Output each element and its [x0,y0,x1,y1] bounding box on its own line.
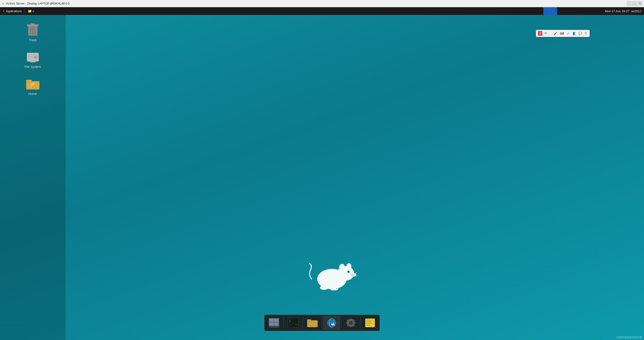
svg-rect-36 [270,323,274,326]
filesystem-icon[interactable]: File System [18,49,48,71]
svg-point-50 [349,321,353,325]
svg-rect-6 [27,53,39,61]
svg-rect-2 [31,23,35,25]
dock-separator-5 [360,317,361,329]
file-manager-label: e [32,9,34,13]
dock-terminal-icon: $ _ ls -la [288,318,299,328]
filesystem-label: File System [24,65,41,69]
dock-separator-3 [322,317,322,329]
svg-rect-7 [27,55,39,55]
ime-person-btn[interactable]: 👤 [572,31,576,36]
folder-small-icon: 📁 [28,9,32,13]
svg-rect-8 [27,56,39,57]
dock-separator-2 [303,317,303,329]
svg-point-21 [340,264,345,270]
svg-rect-18 [34,85,35,86]
dock-notes-button[interactable] [362,316,379,330]
home-svg [26,78,40,90]
status-bar: CSDN @在奋斗的大龙 [614,335,644,340]
svg-text:$ _: $ _ [289,320,294,323]
ime-chat-btn[interactable]: 💬 [578,31,583,36]
dock: $ _ ls -la [264,315,380,331]
taskbar: ✕ Applications 📁 e Mon 17 Jun, 03:27 wz2… [0,7,644,15]
desktop[interactable]: S 中 · 🎤 ⌨ ✓ 👤 💬 ⠿ Trash [0,15,644,340]
svg-rect-61 [366,322,371,322]
window-title-bar: ✕ VcXsrv Server - Display LAPTOP-8R0KHL8… [0,0,644,7]
restore-button[interactable]: □ [632,1,637,6]
dock-separator-1 [284,317,284,329]
svg-rect-59 [366,319,375,327]
home-icon[interactable]: Home [18,75,48,98]
applications-menu[interactable]: ✕ Applications [0,7,24,15]
file-manager-button[interactable]: 📁 e [26,9,36,13]
svg-text:ls -la: ls -la [289,323,297,326]
mouse-mascot [307,261,357,290]
filesystem-svg [26,51,40,63]
ime-grid-btn[interactable]: ⠿ [584,31,588,36]
status-text: CSDN @在奋斗的大龙 [617,336,642,339]
home-label: Home [28,92,37,96]
svg-point-25 [351,273,356,277]
svg-rect-10 [30,61,36,62]
xfce-mouse-svg [307,261,357,290]
svg-rect-37 [274,323,278,326]
clock-display: Mon 17 Jun, 03:27 [605,9,629,13]
ime-lang-btn[interactable]: 中 [544,31,548,36]
active-window-indicator[interactable] [544,7,557,15]
ime-check-btn[interactable]: ✓ [566,31,570,36]
svg-rect-17 [32,86,34,88]
svg-rect-52 [350,326,352,327]
svg-point-22 [347,263,351,269]
svg-rect-62 [366,323,372,324]
applications-label: Applications [6,9,22,13]
dock-files-icon [268,318,280,328]
taskbar-right: Mon 17 Jun, 03:27 wz2012 [602,9,644,13]
ime-mic-btn[interactable]: 🎤 [553,31,558,36]
dock-folder-button[interactable] [304,316,321,330]
svg-point-31 [320,285,328,290]
close-button[interactable]: ✕ [638,1,642,6]
trash-icon[interactable]: Trash [18,19,48,44]
dock-terminal-button[interactable]: $ _ ls -la [285,316,302,330]
svg-rect-53 [346,322,347,323]
vcxsrv-icon: ✕ [2,2,4,5]
taskbar-separator [25,9,25,13]
dock-files-button[interactable] [266,316,283,330]
dock-folder-icon [307,318,318,328]
dock-separator-4 [341,317,342,329]
dock-notes-icon [364,318,376,328]
svg-rect-34 [270,319,274,322]
svg-rect-54 [354,322,356,323]
trash-svg [26,22,39,37]
dock-settings-button[interactable] [342,316,360,330]
svg-rect-14 [26,80,32,82]
minimize-button[interactable]: − [627,1,631,6]
window-title: VcXsrv Server - Display LAPTOP-8R0KHL88:… [6,2,70,5]
svg-rect-38 [269,326,279,328]
left-panel: Trash File System [0,15,66,340]
username-display: wz2012 [631,9,641,13]
title-bar-left: ✕ VcXsrv Server - Display LAPTOP-8R0KHL8… [2,2,70,5]
ime-dot-btn[interactable]: · [549,31,552,36]
xfce-icon: ✕ [2,9,5,13]
svg-point-12 [35,57,36,58]
trash-label: Trash [29,38,37,42]
dock-settings-icon [345,318,356,328]
svg-rect-43 [307,320,311,321]
svg-rect-63 [366,325,370,325]
ime-keyboard-btn[interactable]: ⌨ [559,31,565,36]
svg-rect-51 [350,318,352,320]
dock-browser-icon [326,318,338,328]
svg-rect-9 [27,58,39,59]
ime-toolbar: S 中 · 🎤 ⌨ ✓ 👤 💬 ⠿ [536,30,590,37]
svg-rect-35 [274,319,278,322]
window-controls: − □ ✕ [627,1,642,6]
svg-rect-60 [366,320,373,321]
dock-browser-button[interactable] [323,316,340,330]
ime-s-logo[interactable]: S [538,31,542,36]
svg-point-24 [348,271,349,272]
